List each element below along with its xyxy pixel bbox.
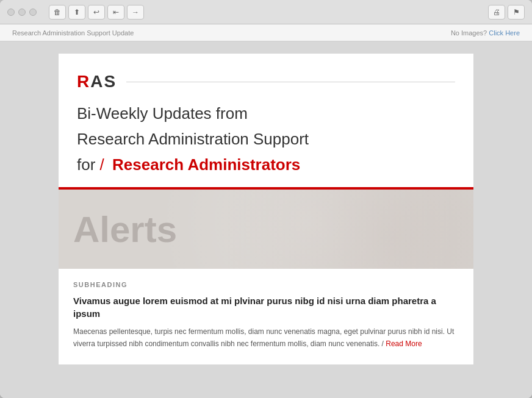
slash-icon: / — [100, 155, 104, 174]
article-title: Vivamus augue lorem euismod at mi plvina… — [73, 294, 459, 320]
highlight-text: Research Administrators — [112, 155, 300, 174]
email-title-line1: Bi-Weekly Updates from — [77, 104, 455, 124]
logo-rest: AS — [90, 72, 117, 91]
minimize-button[interactable] — [18, 9, 26, 16]
forward-button[interactable]: → — [127, 5, 144, 20]
email-content: SUBHEADING Vivamus augue lorem euismod a… — [59, 269, 473, 364]
alerts-banner: Alerts — [59, 190, 473, 269]
email-body: RAS Bi-Weekly Updates from Research Admi… — [59, 54, 473, 364]
trash-button[interactable]: 🗑 — [49, 5, 66, 20]
app-window: 🗑 ⬆ ↩ ⇤ → 🖨 ⚑ Research Administration Su… — [0, 0, 532, 398]
email-title-line3: for / Research Administrators — [77, 155, 455, 176]
flag-button[interactable]: ⚑ — [508, 5, 525, 20]
close-button[interactable] — [7, 9, 15, 16]
alerts-title: Alerts — [59, 208, 177, 251]
print-button[interactable]: 🖨 — [488, 5, 505, 20]
logo: RAS — [77, 72, 117, 91]
click-here-link[interactable]: Click Here — [489, 29, 520, 37]
share-button[interactable]: ⬆ — [68, 5, 85, 20]
infobar: Research Administration Support Update N… — [0, 24, 532, 41]
no-images-label: No Images? — [451, 29, 487, 37]
traffic-lights — [7, 9, 37, 16]
toolbar-left: 🗑 ⬆ ↩ ⇤ → — [49, 5, 144, 20]
for-prefix: for — [77, 155, 95, 174]
logo-line: RAS — [77, 72, 455, 91]
subheading-label: SUBHEADING — [73, 281, 459, 288]
back-button[interactable]: ↩ — [88, 5, 105, 20]
logo-r: R — [77, 72, 90, 91]
read-more-link[interactable]: Read More — [386, 339, 422, 348]
email-title-line2: Research Administration Support — [77, 129, 455, 150]
back-all-button[interactable]: ⇤ — [107, 5, 124, 20]
email-area: RAS Bi-Weekly Updates from Research Admi… — [0, 41, 532, 398]
article-body: Maecenas pellentesque, turpis nec fermen… — [73, 326, 459, 349]
toolbar-right: 🖨 ⚑ — [488, 5, 525, 20]
email-header: RAS Bi-Weekly Updates from Research Admi… — [59, 54, 473, 187]
logo-divider — [126, 82, 455, 82]
no-images-text: No Images? Click Here — [451, 29, 520, 37]
maximize-button[interactable] — [29, 9, 37, 16]
titlebar: 🗑 ⬆ ↩ ⇤ → 🖨 ⚑ — [0, 0, 532, 24]
email-subject-label: Research Administration Support Update — [12, 29, 451, 37]
